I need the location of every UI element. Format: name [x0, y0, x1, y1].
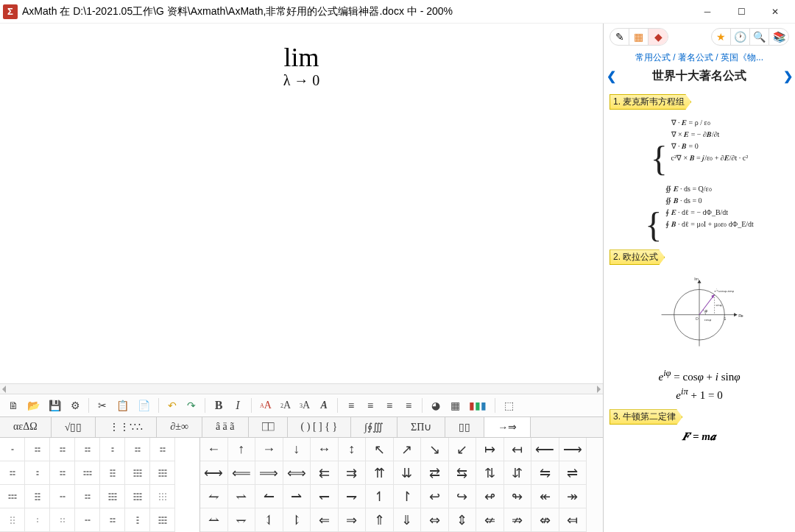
arrow-symbol-5[interactable]: ↕ — [339, 438, 367, 461]
arrow-symbol-49[interactable]: ⇓ — [394, 508, 422, 532]
arrow-symbol-31[interactable]: ⇀ — [283, 485, 311, 508]
section-3-label[interactable]: 3. 牛顿第二定律 — [610, 409, 682, 425]
matrix-template-7[interactable] — [0, 461, 25, 485]
matrix-template-21[interactable] — [0, 508, 25, 532]
matrix-template-9[interactable] — [50, 461, 75, 485]
settings-button[interactable]: ⚙ — [66, 397, 84, 414]
font-style-2-button[interactable]: 2A — [277, 397, 294, 414]
arrow-symbol-22[interactable]: ⇄ — [421, 461, 449, 485]
arrow-symbol-17[interactable]: ⟺ — [283, 461, 311, 485]
matrix-template-26[interactable] — [125, 508, 150, 532]
sidebar-tab-grid-icon[interactable]: ▦ — [629, 29, 649, 45]
matrix-template-25[interactable] — [100, 508, 125, 532]
arrow-symbol-28[interactable]: ⥊ — [200, 485, 228, 508]
matrix-template-11[interactable] — [100, 461, 125, 485]
fill-button[interactable]: ▦ — [446, 397, 464, 414]
tab-matrices[interactable]: ▯▯ — [445, 417, 484, 437]
arrow-symbol-37[interactable]: ↪ — [449, 485, 477, 508]
tab-dots[interactable]: ⋮⋮∵∴ — [96, 417, 157, 437]
sidebar-clock-icon[interactable]: 🕐 — [731, 29, 750, 45]
arrow-symbol-54[interactable]: ⇎ — [531, 508, 559, 532]
maximize-button[interactable]: ☐ — [724, 1, 758, 23]
horizontal-scrollbar[interactable] — [0, 383, 603, 394]
arrow-symbol-12[interactable]: ⟵ — [531, 438, 559, 461]
arrow-symbol-1[interactable]: ↑ — [228, 438, 256, 461]
arrow-symbol-11[interactable]: ↤ — [504, 438, 532, 461]
breadcrumb-item-0[interactable]: 常用公式 — [635, 52, 671, 63]
color-picker-button[interactable]: ◕ — [427, 397, 445, 414]
matrix-template-0[interactable] — [0, 438, 25, 461]
sidebar-search-icon[interactable]: 🔍 — [750, 29, 769, 45]
arrow-symbol-33[interactable]: ⇁ — [339, 485, 367, 508]
arrow-symbol-42[interactable]: ⥎ — [200, 508, 228, 532]
arrow-symbol-40[interactable]: ↞ — [531, 485, 559, 508]
tab-brackets[interactable]: ( ) [ ] { } — [288, 417, 352, 437]
close-button[interactable]: ✕ — [758, 1, 792, 23]
arrow-symbol-15[interactable]: ⟸ — [228, 461, 256, 485]
matrix-template-27[interactable] — [150, 508, 175, 532]
arrow-symbol-7[interactable]: ↗ — [394, 438, 422, 461]
matrix-template-4[interactable] — [100, 438, 125, 461]
italic-button[interactable]: I — [229, 397, 247, 414]
panel-next-button[interactable]: ❯ — [780, 69, 795, 84]
align-center-button[interactable]: ≡ — [361, 397, 379, 414]
arrow-symbol-38[interactable]: ↫ — [476, 485, 504, 508]
arrow-symbol-39[interactable]: ↬ — [504, 485, 532, 508]
matrix-template-1[interactable] — [25, 438, 50, 461]
arrow-symbol-2[interactable]: → — [255, 438, 283, 461]
arrow-symbol-52[interactable]: ⇍ — [476, 508, 504, 532]
align-right-button[interactable]: ≡ — [381, 397, 398, 414]
arrow-symbol-27[interactable]: ⇌ — [559, 461, 587, 485]
arrow-symbol-47[interactable]: ⇒ — [339, 508, 367, 532]
cut-button[interactable]: ✂ — [93, 397, 111, 414]
box-button[interactable]: ⬚ — [500, 397, 517, 414]
euler-formula-1[interactable]: eiφ = cosφ + i sinφ — [610, 368, 789, 383]
arrow-symbol-55[interactable]: ⤆ — [559, 508, 587, 532]
arrow-symbol-0[interactable]: ← — [200, 438, 228, 461]
matrix-template-20[interactable] — [150, 485, 175, 508]
sidebar-books-icon[interactable]: 📚 — [769, 29, 788, 45]
matrix-template-19[interactable] — [125, 485, 150, 508]
matrix-template-10[interactable] — [75, 461, 100, 485]
undo-button[interactable]: ↶ — [163, 397, 181, 414]
arrow-symbol-45[interactable]: ⥏ — [283, 508, 311, 532]
arrow-symbol-18[interactable]: ⇇ — [311, 461, 339, 485]
arrow-symbol-43[interactable]: ⥐ — [228, 508, 256, 532]
tab-integrals[interactable]: ∫∮∭ — [351, 417, 398, 437]
font-style-3-button[interactable]: 3A — [296, 397, 314, 414]
arrow-symbol-53[interactable]: ⇏ — [504, 508, 532, 532]
tab-bigops[interactable]: ΣΠ∪ — [398, 417, 445, 437]
tab-operators[interactable]: ∂±∞ — [157, 417, 202, 437]
copy-button[interactable]: 📋 — [113, 397, 132, 414]
arrow-symbol-30[interactable]: ↼ — [255, 485, 283, 508]
matrix-template-5[interactable] — [125, 438, 150, 461]
breadcrumb-item-1[interactable]: 著名公式 — [678, 52, 713, 63]
arrow-symbol-34[interactable]: ↿ — [366, 485, 394, 508]
arrow-symbol-26[interactable]: ⇋ — [531, 461, 559, 485]
matrix-template-6[interactable] — [150, 438, 175, 461]
matrix-template-23[interactable] — [50, 508, 75, 532]
arrow-symbol-25[interactable]: ⇵ — [504, 461, 532, 485]
matrix-template-16[interactable] — [50, 485, 75, 508]
bold-button[interactable]: B — [210, 397, 227, 414]
arrow-symbol-3[interactable]: ↓ — [283, 438, 311, 461]
arrow-symbol-48[interactable]: ⇑ — [366, 508, 394, 532]
arrow-symbol-32[interactable]: ↽ — [311, 485, 339, 508]
arrow-symbol-36[interactable]: ↩ — [421, 485, 449, 508]
arrow-symbol-41[interactable]: ↠ — [559, 485, 587, 508]
align-left-button[interactable]: ≡ — [342, 397, 360, 414]
newton-formula[interactable]: 𝑭 = m𝒂 — [610, 430, 789, 443]
matrix-template-3[interactable] — [75, 438, 100, 461]
matrix-template-18[interactable] — [100, 485, 125, 508]
breadcrumb-item-2[interactable]: 英国《物... — [721, 52, 763, 63]
arrow-symbol-35[interactable]: ↾ — [394, 485, 422, 508]
arrow-symbol-50[interactable]: ⇔ — [421, 508, 449, 532]
font-style-1-button[interactable]: AA — [256, 397, 275, 414]
maxwell-int-equations[interactable]: { ∯ 𝑬 · ds = Q/ε₀∯ 𝑩 · ds = 0∮ 𝑬 · dℓ = … — [610, 179, 789, 245]
arrow-symbol-44[interactable]: ⥑ — [255, 508, 283, 532]
font-style-4-button[interactable]: A — [315, 397, 333, 414]
sidebar-tab-bookmark-icon[interactable]: ◆ — [649, 29, 668, 45]
arrow-symbol-6[interactable]: ↖ — [366, 438, 394, 461]
matrix-template-24[interactable] — [75, 508, 100, 532]
arrow-symbol-16[interactable]: ⟹ — [255, 461, 283, 485]
